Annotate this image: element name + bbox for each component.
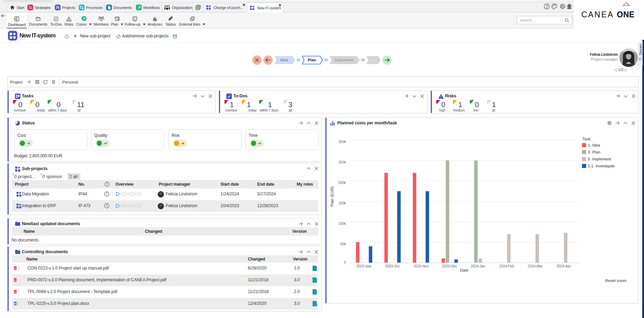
svg-text:A: A [15, 291, 16, 293]
svg-text:W: W [14, 302, 16, 305]
svg-text:A: A [15, 279, 16, 281]
svg-text:A: A [15, 267, 16, 270]
